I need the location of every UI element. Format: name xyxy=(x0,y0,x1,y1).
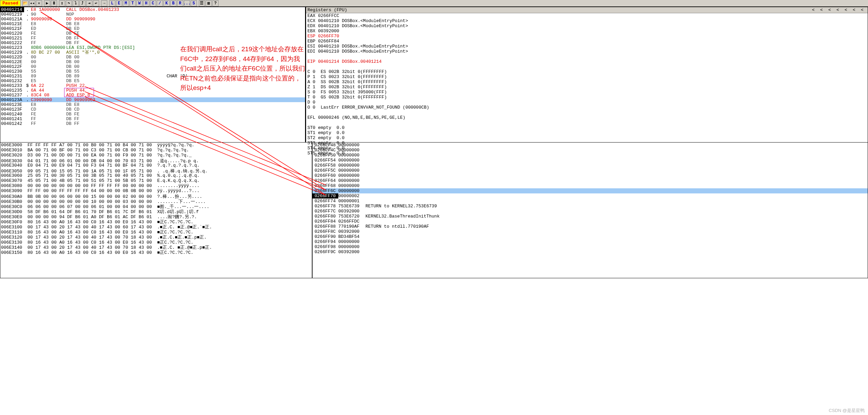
window-c-button[interactable]: C xyxy=(150,0,156,6)
disasm-row[interactable]: 00401219.90NOP xyxy=(0,12,305,17)
dump-row[interactable]: 006E3120 00 17 43 00 20 17 43 00 40 17 4… xyxy=(0,234,312,239)
disasm-row[interactable]: 0040123EE8DB E8 xyxy=(0,102,305,107)
window-w-button[interactable]: W xyxy=(136,0,143,6)
register-row[interactable]: EFL 00000246 (NO,NB,E,BE,NS,PE,GE,LE) xyxy=(306,115,868,120)
stack-row[interactable]: 0266FF6C00000000 xyxy=(313,188,868,193)
disasm-row[interactable]: 00401237.83C4 08ADD ESP,8 xyxy=(0,93,305,97)
disasm-row[interactable]: 0040121EE8DB E8 xyxy=(0,21,305,26)
stack-row[interactable]: 0266FF6800000000 xyxy=(313,183,868,188)
stack-row[interactable]: 0266FF6000000000 xyxy=(313,173,868,178)
run-icon[interactable]: ▶ xyxy=(44,0,50,6)
stack-row[interactable]: 0266FF7000000002 xyxy=(313,193,868,199)
appearance-icon[interactable]: ▦ xyxy=(206,0,212,6)
stack-row[interactable]: 0266FF9C00392000 xyxy=(313,249,868,254)
register-row[interactable]: S 0 FS 0053 32bit 395000(FFF) xyxy=(306,90,868,95)
close-icon[interactable]: ✕ xyxy=(36,0,42,6)
stack-row[interactable]: 0266FF4800000000 xyxy=(313,143,868,148)
dump-row[interactable]: 006E3090 FF FF 00 00 FF FF FF FF 64 00 0… xyxy=(0,188,312,193)
window-/-button[interactable]: / xyxy=(157,0,163,6)
step-into-icon[interactable]: ↧ xyxy=(59,0,65,6)
disasm-row[interactable]: 00401241FFDB FF xyxy=(0,116,305,121)
register-row[interactable]: A 0 SS 002B 32bit 0(FFFFFFFF) xyxy=(306,79,868,84)
stack-row[interactable]: 0266FF4C00000000 xyxy=(313,148,868,153)
dump-row[interactable]: 006E3040 E0 04 71 00 E9 04 71 00 F3 04 7… xyxy=(0,163,312,168)
register-row[interactable]: EAX 0266FFCC xyxy=(306,13,868,18)
dump-row[interactable]: 006E30A0 BB 0B 00 00 06 00 00 00 15 00 0… xyxy=(0,193,312,199)
register-row[interactable]: ST1 empty 0.0 xyxy=(306,130,868,135)
stack-row[interactable]: 0266FF9800000000 xyxy=(313,244,868,249)
stack-row[interactable]: 0266FF840266FFDC xyxy=(313,219,868,224)
window-r-button[interactable]: R xyxy=(177,0,183,6)
stack-row[interactable]: 0266FF5C00000000 xyxy=(313,168,868,173)
window-e-button[interactable]: E xyxy=(116,0,122,6)
register-row[interactable]: ST0 empty 0.0 xyxy=(306,125,868,130)
dump-row[interactable]: 006E3110 80 16 43 00 A0 16 43 00 C0 16 4… xyxy=(0,229,312,234)
disasm-row[interactable]: 00401214.E8 1A000000CALL DOSBox.00401233 xyxy=(0,7,305,12)
reg-tab-2[interactable]: < xyxy=(826,7,834,13)
reg-tab-5[interactable]: < xyxy=(850,7,858,13)
dump-row[interactable]: 006E3080 00 00 00 00 00 00 00 00 FF FF F… xyxy=(0,183,312,188)
rewind-icon[interactable]: ◂◂ xyxy=(29,0,35,6)
register-row[interactable] xyxy=(306,120,868,125)
disassembly-pane[interactable]: 00401214.E8 1A000000CALL DOSBox.00401233… xyxy=(0,7,306,142)
reg-tab-1[interactable]: < xyxy=(817,7,826,13)
register-row[interactable]: T 0 GS 002B 32bit 0(FFFFFFFF) xyxy=(306,95,868,100)
dump-row[interactable]: 006E30C0 06 06 00 00 06 07 00 00 06 01 0… xyxy=(0,204,312,209)
goto-icon[interactable]: → xyxy=(101,0,107,6)
register-row[interactable]: ESI 00401210 DOSBox.<ModuleEntryPoint> xyxy=(306,44,868,49)
reg-tab-4[interactable]: < xyxy=(842,7,850,13)
register-row[interactable]: EDX 00401210 DOSBox.<ModuleEntryPoint> xyxy=(306,23,868,29)
stack-row[interactable]: 0266FF90BD34BF54 xyxy=(313,234,868,239)
register-row[interactable]: EBX 00392000 xyxy=(306,29,868,34)
dump-row[interactable]: 006E3130 80 16 43 00 A0 16 43 00 C0 16 4… xyxy=(0,239,312,244)
stack-row[interactable]: 0266FF88770190AFRETURN to ntdll.770190AF xyxy=(313,224,868,229)
reg-tab-0[interactable]: < xyxy=(809,7,817,13)
register-row[interactable]: ECX 00401210 DOSBox.<ModuleEntryPoint> xyxy=(306,18,868,23)
stack-row[interactable]: 0266FF7C00392000 xyxy=(313,209,868,214)
register-row[interactable]: EBP 0266FF84 xyxy=(306,39,868,44)
window-...-button[interactable]: ... xyxy=(184,0,190,6)
trace-over-icon[interactable]: ⤴ xyxy=(79,0,86,6)
dump-row[interactable]: 006E30F0 80 16 43 00 A0 16 43 00 C0 16 4… xyxy=(0,219,312,224)
dump-row[interactable]: 006E3010 BA 00 71 00 BF 00 71 00 C3 00 7… xyxy=(0,148,312,153)
dump-row[interactable]: 006E3020 D3 00 71 00 DD 00 71 00 EA 00 7… xyxy=(0,153,312,158)
register-row[interactable] xyxy=(306,54,868,59)
window-k-button[interactable]: K xyxy=(164,0,170,6)
trace-into-icon[interactable]: ⤵ xyxy=(73,0,79,6)
window-s-button[interactable]: S xyxy=(191,0,197,6)
register-row[interactable]: EIP 00401214 DOSBox.00401214 xyxy=(306,59,868,64)
disasm-row[interactable]: 0040121A.90909090DD 90909090 xyxy=(0,17,305,21)
open-icon[interactable]: 📂 xyxy=(22,0,29,6)
stack-row[interactable]: 0266FF80753E6720KERNEL32.BaseThreadInitT… xyxy=(313,214,868,219)
window-t-button[interactable]: T xyxy=(130,0,136,6)
register-row[interactable]: Z 1 DS 002B 32bit 0(FFFFFFFF) xyxy=(306,84,868,90)
register-row[interactable]: ESP 0266FF70 xyxy=(306,34,868,39)
disasm-row[interactable]: 00401221FFDB FF xyxy=(0,36,305,40)
dump-row[interactable]: 006E3100 00 17 43 00 20 17 43 00 40 17 4… xyxy=(0,224,312,229)
register-row[interactable]: C 0 ES 002B 32bit 0(FFFFFFFF) xyxy=(306,69,868,74)
disasm-row[interactable]: 00401240FEDB FE xyxy=(0,112,305,116)
window-l-button[interactable]: L xyxy=(109,0,115,6)
disasm-row[interactable]: 0040123A.C3909090DD 909090C3 xyxy=(0,97,305,102)
pause-icon[interactable]: ⏸ xyxy=(51,0,57,6)
stack-row[interactable]: 0266FF5800000000 xyxy=(313,163,868,168)
stack-row[interactable]: 0266FF7400000001 xyxy=(313,199,868,204)
register-row[interactable]: EDI 00401210 DOSBox.<ModuleEntryPoint> xyxy=(306,49,868,54)
dump-row[interactable]: 006E30B0 00 00 00 00 00 00 00 00 10 00 0… xyxy=(0,199,312,204)
run-until-icon[interactable]: ⇥ xyxy=(86,0,92,6)
window-h-button[interactable]: H xyxy=(143,0,149,6)
window-b-button[interactable]: B xyxy=(170,0,176,6)
dump-row[interactable]: 006E3140 00 17 43 00 20 17 43 00 40 17 4… xyxy=(0,244,312,249)
dump-row[interactable]: 006E3050 09 05 71 00 15 05 71 00 1A 05 7… xyxy=(0,168,312,173)
reg-tab-3[interactable]: < xyxy=(834,7,842,13)
help-icon[interactable]: ? xyxy=(212,0,219,6)
register-row[interactable]: ST2 empty 0.0 xyxy=(306,135,868,140)
disasm-row[interactable]: 0040121FEDDB ED xyxy=(0,26,305,31)
stack-row[interactable]: 0266FF78753E6739RETURN to KERNEL32.753E6… xyxy=(313,204,868,209)
disasm-row[interactable]: 00401220FEDB FE xyxy=(0,31,305,36)
disasm-row[interactable]: 0040123FCDDB CD xyxy=(0,107,305,112)
hex-dump-pane[interactable]: 006E3000 FF FF FF FF A7 00 71 00 B0 00 7… xyxy=(0,143,313,278)
stack-row[interactable]: 0266FF5000000000 xyxy=(313,153,868,158)
dump-row[interactable]: 006E3070 45 05 71 00 4B 05 71 00 51 05 7… xyxy=(0,178,312,183)
dump-row[interactable]: 006E3000 FF FF FF FF A7 00 71 00 B0 00 7… xyxy=(0,143,312,148)
